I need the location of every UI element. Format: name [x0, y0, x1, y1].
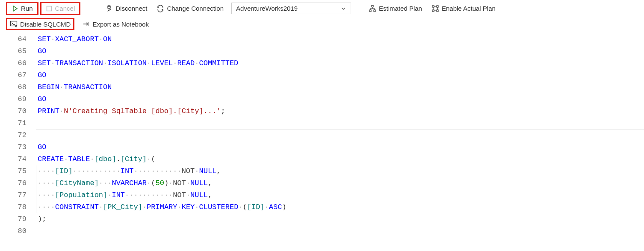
code-line[interactable]: 72: [0, 129, 644, 141]
sqlcmd-icon: [10, 20, 18, 28]
code-line[interactable]: 74CREATE·TABLE·[dbo].[City]·(: [0, 153, 644, 165]
code-line[interactable]: 71: [0, 117, 644, 129]
chevron-down-icon: [340, 6, 346, 12]
stop-icon: [46, 5, 53, 12]
code-line[interactable]: 68BEGIN·TRANSACTION: [0, 81, 644, 93]
line-number: 74: [0, 153, 36, 165]
change-connection-label: Change Connection: [167, 5, 224, 12]
svg-rect-5: [437, 6, 438, 7]
line-number: 78: [0, 201, 36, 213]
code-content[interactable]: GO: [36, 69, 644, 81]
estimated-plan-button[interactable]: Estimated Plan: [364, 3, 426, 14]
svg-rect-1: [372, 5, 373, 7]
line-number: 80: [0, 225, 36, 237]
disable-sqlcmd-label: Disable SQLCMD: [20, 21, 71, 28]
line-number: 68: [0, 81, 36, 93]
export-icon: [82, 20, 90, 28]
run-button[interactable]: Run: [6, 2, 38, 15]
code-line[interactable]: 75····[ID]···········INT···········NOT·N…: [0, 165, 644, 177]
disable-sqlcmd-button[interactable]: Disable SQLCMD: [6, 18, 74, 30]
play-icon: [12, 5, 18, 12]
line-number: 66: [0, 57, 36, 69]
code-line[interactable]: 67GO: [0, 69, 644, 81]
line-number: 67: [0, 69, 36, 81]
change-connection-button[interactable]: Change Connection: [152, 3, 228, 14]
line-number: 64: [0, 33, 36, 45]
line-number: 79: [0, 213, 36, 225]
code-line[interactable]: 65GO: [0, 45, 644, 57]
code-content[interactable]: ····[Population]·INT···········NOT·NULL,: [36, 189, 644, 201]
code-line[interactable]: 79);: [0, 213, 644, 225]
disconnect-label: Disconnect: [115, 5, 147, 12]
estimated-plan-icon: [369, 5, 376, 12]
run-label: Run: [21, 5, 33, 12]
code-content[interactable]: ····[ID]···········INT···········NOT·NUL…: [36, 165, 644, 177]
toolbar-divider: [359, 3, 359, 15]
svg-rect-4: [432, 6, 434, 7]
export-as-notebook-label: Export as Notebook: [92, 21, 149, 28]
line-number: 71: [0, 117, 36, 129]
line-number: 73: [0, 141, 36, 153]
code-line[interactable]: 76····[CityName]···NVARCHAR·(50)·NOT·NUL…: [0, 177, 644, 189]
svg-rect-7: [437, 10, 438, 12]
estimated-plan-label: Estimated Plan: [379, 5, 422, 12]
code-line[interactable]: 66SET·TRANSACTION·ISOLATION·LEVEL·READ·C…: [0, 57, 644, 69]
disconnect-button[interactable]: Disconnect: [101, 3, 151, 14]
code-content[interactable]: SET·TRANSACTION·ISOLATION·LEVEL·READ·COM…: [36, 57, 644, 69]
line-number: 76: [0, 177, 36, 189]
line-number: 72: [0, 129, 36, 141]
code-content[interactable]: SET·XACT_ABORT·ON: [36, 33, 644, 45]
code-content[interactable]: BEGIN·TRANSACTION: [36, 81, 644, 93]
svg-rect-2: [369, 10, 371, 12]
database-selector[interactable]: AdventureWorks2019: [231, 3, 351, 14]
enable-actual-plan-button[interactable]: Enable Actual Plan: [427, 3, 500, 14]
enable-actual-plan-label: Enable Actual Plan: [442, 5, 496, 12]
cancel-label: Cancel: [55, 5, 75, 12]
export-as-notebook-button[interactable]: Export as Notebook: [78, 18, 153, 30]
toolbar-row-2: Disable SQLCMD Export as Notebook: [0, 17, 644, 33]
code-line[interactable]: 78····CONSTRAINT·[PK_City]·PRIMARY·KEY·C…: [0, 201, 644, 213]
database-selected-value: AdventureWorks2019: [236, 5, 298, 12]
actual-plan-icon: [431, 5, 439, 12]
code-content[interactable]: ····CONSTRAINT·[PK_City]·PRIMARY·KEY·CLU…: [36, 201, 644, 213]
sql-editor[interactable]: 64SET·XACT_ABORT·ON65GO66SET·TRANSACTION…: [0, 33, 644, 237]
code-content[interactable]: PRINT·N'Creating SqlTable [dbo].[City]..…: [36, 105, 644, 117]
code-content[interactable]: ····[CityName]···NVARCHAR·(50)·NOT·NULL,: [36, 177, 644, 189]
code-content[interactable]: );: [36, 213, 644, 225]
code-line[interactable]: 77····[Population]·INT···········NOT·NUL…: [0, 189, 644, 201]
code-content[interactable]: CREATE·TABLE·[dbo].[City]·(: [36, 153, 644, 165]
line-number: 69: [0, 93, 36, 105]
code-line[interactable]: 69GO: [0, 93, 644, 105]
code-content[interactable]: GO: [36, 141, 644, 153]
svg-rect-3: [374, 10, 375, 12]
code-line[interactable]: 80: [0, 225, 644, 237]
line-number: 70: [0, 105, 36, 117]
svg-rect-8: [11, 21, 17, 26]
code-line[interactable]: 64SET·XACT_ABORT·ON: [0, 33, 644, 45]
change-connection-icon: [157, 5, 164, 12]
svg-rect-0: [47, 6, 51, 11]
code-content[interactable]: [36, 129, 644, 130]
code-content[interactable]: GO: [36, 45, 644, 57]
svg-rect-6: [432, 10, 434, 12]
disconnect-icon: [105, 5, 113, 12]
toolbar-row-1: Run Cancel Disconnect Change Connection …: [0, 0, 644, 17]
code-line[interactable]: 70PRINT·N'Creating SqlTable [dbo].[City]…: [0, 105, 644, 117]
line-number: 65: [0, 45, 36, 57]
code-content[interactable]: GO: [36, 93, 644, 105]
code-line[interactable]: 73GO: [0, 141, 644, 153]
cancel-button: Cancel: [40, 2, 81, 15]
line-number: 75: [0, 165, 36, 177]
line-number: 77: [0, 189, 36, 201]
